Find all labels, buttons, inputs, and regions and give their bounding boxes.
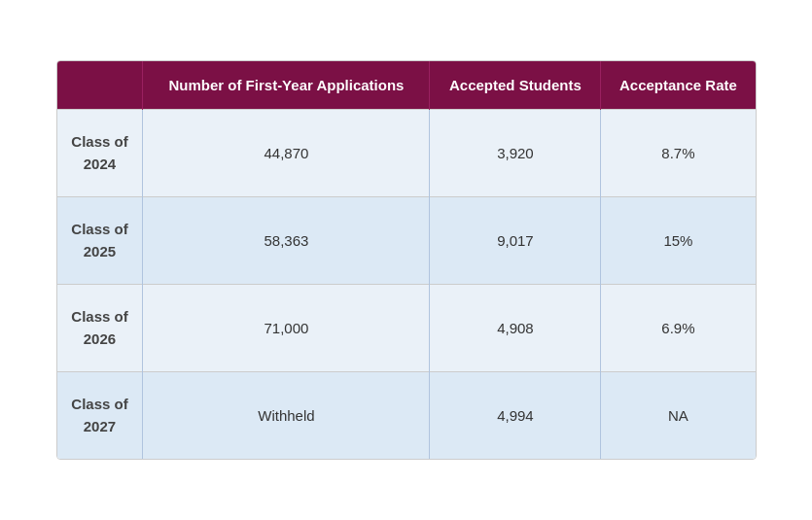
applications-value: 44,870: [143, 110, 430, 197]
table-row: Class of202671,0004,9086.9%: [57, 285, 756, 372]
data-table: Number of First-Year Applications Accept…: [56, 60, 757, 460]
class-label: Class of2024: [57, 110, 143, 197]
applications-value: Withheld: [143, 372, 430, 460]
applications-value: 58,363: [143, 197, 430, 285]
table-header-row: Number of First-Year Applications Accept…: [57, 61, 756, 110]
rate-value: NA: [601, 372, 756, 460]
table-row: Class of2027Withheld4,994NA: [57, 372, 756, 460]
accepted-value: 4,908: [430, 285, 601, 372]
rate-value: 6.9%: [601, 285, 756, 372]
class-label: Class of2025: [57, 197, 143, 285]
header-rate: Acceptance Rate: [601, 61, 756, 110]
accepted-value: 4,994: [430, 372, 601, 460]
table-row: Class of202558,3639,01715%: [57, 197, 756, 285]
class-label: Class of2027: [57, 372, 143, 460]
accepted-value: 3,920: [430, 110, 601, 197]
accepted-value: 9,017: [430, 197, 601, 285]
header-accepted: Accepted Students: [430, 61, 601, 110]
rate-value: 8.7%: [601, 110, 756, 197]
header-class: [57, 61, 143, 110]
applications-value: 71,000: [143, 285, 430, 372]
class-label: Class of2026: [57, 285, 143, 372]
header-applications: Number of First-Year Applications: [143, 61, 430, 110]
table-row: Class of202444,8703,9208.7%: [57, 110, 756, 197]
rate-value: 15%: [601, 197, 756, 285]
